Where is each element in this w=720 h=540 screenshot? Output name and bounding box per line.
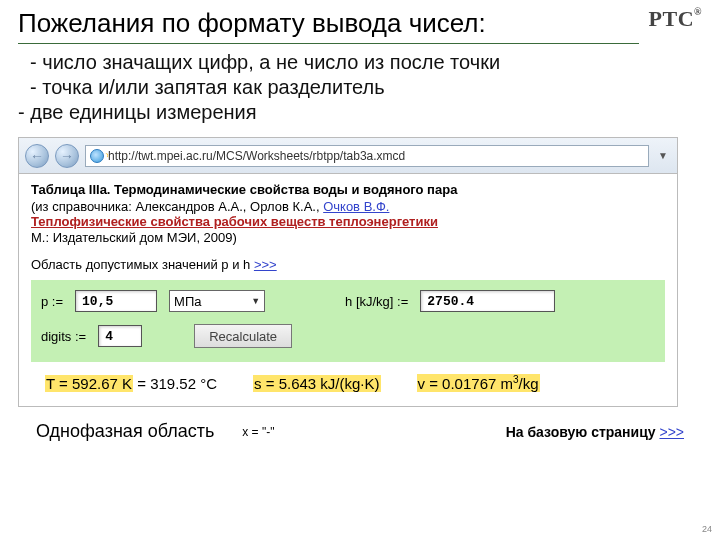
home-link[interactable]: >>>	[659, 424, 684, 440]
address-bar: ← → http://twt.mpei.ac.ru/MCS/Worksheets…	[19, 138, 677, 174]
phase-label: Однофазная область	[36, 421, 214, 442]
valid-range-label: Область допустимых значений p и h	[31, 257, 254, 272]
digits-input[interactable]: 4	[98, 325, 142, 347]
h-label: h [kJ/kg] :=	[345, 294, 408, 309]
back-button[interactable]: ←	[25, 144, 49, 168]
recalculate-button[interactable]: Recalculate	[194, 324, 292, 348]
bullet-list: - число значащих цифр, а не число из пос…	[0, 48, 720, 133]
result-s: s = 5.643 kJ/(kg·K)	[253, 375, 380, 392]
bullet-item: - точка и/или запятая как разделитель	[18, 75, 720, 100]
digits-label: digits :=	[41, 329, 86, 344]
ptc-logo: PTC®	[649, 6, 702, 32]
p-label: p :=	[41, 294, 63, 309]
bullet-item: - две единицы измерения	[18, 100, 720, 125]
url-text: http://twt.mpei.ac.ru/MCS/Worksheets/rbt…	[108, 149, 405, 163]
valid-range-link[interactable]: >>>	[254, 257, 277, 272]
result-T: T = 592.67 K = 319.52 °C	[45, 375, 217, 392]
page-title: Пожелания по формату вывода чисел:	[18, 8, 639, 43]
results-row: T = 592.67 K = 319.52 °C s = 5.643 kJ/(k…	[31, 374, 665, 392]
input-panel: p := 10,5 МПа▼ h [kJ/kg] := 2750.4 digit…	[31, 280, 665, 362]
page-number: 24	[702, 524, 712, 534]
unit-select[interactable]: МПа▼	[169, 290, 265, 312]
ie-icon	[90, 149, 104, 163]
url-field[interactable]: http://twt.mpei.ac.ru/MCS/Worksheets/rbt…	[85, 145, 649, 167]
browser-window: ← → http://twt.mpei.ac.ru/MCS/Worksheets…	[18, 137, 678, 407]
publisher-text: М.: Издательский дом МЭИ, 2009)	[31, 230, 665, 245]
book-title-link[interactable]: Теплофизические свойства рабочих веществ…	[31, 214, 438, 230]
document-title: Таблица IIIа. Термодинамические свойства…	[31, 182, 665, 197]
p-input[interactable]: 10,5	[75, 290, 157, 312]
document-source: (из справочника: Александров А.А., Орлов…	[31, 199, 665, 214]
home-link-row: На базовую страницу >>>	[506, 424, 684, 440]
bullet-item: - число значащих цифр, а не число из пос…	[18, 50, 720, 75]
url-dropdown[interactable]: ▼	[655, 150, 671, 161]
author-link[interactable]: Очков В.Ф.	[323, 199, 389, 214]
forward-button[interactable]: →	[55, 144, 79, 168]
result-v: v = 0.01767 m3/kg	[417, 374, 540, 392]
h-input[interactable]: 2750.4	[420, 290, 555, 312]
x-value: x = "-"	[242, 425, 274, 439]
